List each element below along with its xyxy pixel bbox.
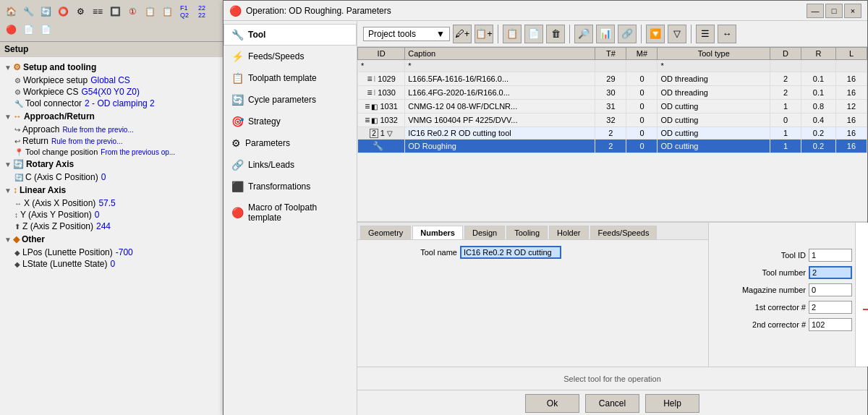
toolbar-icon-11[interactable]: F1Q2 xyxy=(176,4,192,20)
filter-id[interactable] xyxy=(361,61,401,70)
filter-r[interactable] xyxy=(804,61,833,70)
tree-lpos[interactable]: ◆ LPos (Lunette Position) -700 xyxy=(0,247,224,258)
filter-caption[interactable] xyxy=(408,61,592,70)
nav-toolpath-template[interactable]: 📋 Toolpath template xyxy=(224,67,357,89)
tree-return[interactable]: ↩ Return Rule from the previo... xyxy=(0,135,224,147)
separator-1 xyxy=(498,25,498,43)
filter-m[interactable] xyxy=(629,61,654,70)
tree-tool-change-pos[interactable]: 📍 Tool change position From the previous… xyxy=(0,147,224,157)
nav-strategy[interactable]: 🎯 Strategy xyxy=(224,111,357,132)
tree-axis-x[interactable]: ↔ X (Axis X Position) 57.5 xyxy=(0,197,224,209)
layout-btn[interactable]: ☰ xyxy=(696,25,715,43)
toolbar-icon-7[interactable]: 🔲 xyxy=(107,4,123,20)
table-row[interactable]: 2 1 ▽ IC16 Re0.2 R OD cutting tool 2 0 O… xyxy=(358,127,867,140)
view-btn-1[interactable]: 🔎 xyxy=(574,25,593,43)
tab-geometry[interactable]: Geometry xyxy=(360,226,411,239)
add-tool-button[interactable]: 🖊+ xyxy=(453,25,472,43)
corrector1-input[interactable] xyxy=(809,301,852,314)
toolbar-icon-14[interactable]: 📄 xyxy=(20,22,36,38)
toolbar-icon-12[interactable]: 2222 xyxy=(194,4,210,20)
col-m[interactable]: M# xyxy=(626,48,658,60)
tab-design[interactable]: Design xyxy=(464,226,505,239)
toolbar-icon-3[interactable]: 🔄 xyxy=(38,4,54,20)
tree-axis-z[interactable]: ⬆ Z (Axis Z Position) 244 xyxy=(0,221,224,232)
filter-btn-2[interactable]: ▽ xyxy=(668,25,686,43)
toolbar-icon-4[interactable]: ⭕ xyxy=(55,4,71,20)
table-row[interactable]: ≡◧ 1031 CNMG-12 04 08-WF/DCLNR... 31 0 O… xyxy=(358,100,867,114)
cancel-button[interactable]: Cancel xyxy=(585,394,639,413)
toolbar-icon-1[interactable]: 🏠 xyxy=(3,4,19,20)
nav-parameters[interactable]: ⚙ Parameters xyxy=(224,132,357,154)
toolbar-icon-6[interactable]: ≡≡ xyxy=(90,4,106,20)
status-bar: Select tool for the operation xyxy=(357,367,867,390)
corrector2-input[interactable] xyxy=(809,318,852,331)
col-caption[interactable]: Caption xyxy=(405,48,595,60)
filter-l[interactable] xyxy=(839,61,864,70)
tree-axis-c[interactable]: 🔄 C (Axis C Position) 0 xyxy=(0,171,224,183)
section-linear-axis[interactable]: ▼ ↕ Linear Axis xyxy=(0,183,224,197)
toolbar-icon-10[interactable]: 📋 xyxy=(159,4,175,20)
copy-button[interactable]: 📋 xyxy=(503,25,522,43)
ok-button[interactable]: Ok xyxy=(525,394,579,413)
tool-name-input[interactable] xyxy=(460,246,561,259)
col-d[interactable]: D xyxy=(770,48,801,60)
col-l[interactable]: L xyxy=(835,48,867,60)
close-button[interactable]: × xyxy=(844,4,861,18)
filter-type[interactable] xyxy=(660,61,767,70)
view-btn-2[interactable]: 📊 xyxy=(596,25,615,43)
col-r[interactable]: R xyxy=(801,48,836,60)
status-text: Select tool for the operation xyxy=(365,375,860,383)
help-button[interactable]: Help xyxy=(645,394,699,413)
table-row[interactable]: ≡I 1030 L166.4FG-2020-16/R166.0... 30 0 … xyxy=(358,86,867,100)
table-row[interactable]: ≡◧ 1032 VNMG 160404 PF 4225/DVV... 32 0 … xyxy=(358,114,867,127)
scroll-btn[interactable]: ↔ xyxy=(718,25,736,43)
tab-feeds-speeds[interactable]: Feeds/Speeds xyxy=(590,226,658,239)
tree-workpiece-setup[interactable]: ⚙ Workpiece setup Global CS xyxy=(0,74,224,86)
toolbar-icon-8[interactable]: ① xyxy=(124,4,140,20)
tree-approach[interactable]: ↪ Approach Rule from the previo... xyxy=(0,124,224,135)
tab-numbers[interactable]: Numbers xyxy=(412,226,463,239)
project-tools-dropdown[interactable]: Project tools ▼ xyxy=(363,27,450,41)
filter-d[interactable] xyxy=(773,61,798,70)
toolbar-icon-9[interactable]: 📋 xyxy=(142,4,158,20)
maximize-button[interactable]: □ xyxy=(825,4,843,18)
section-setup-tooling[interactable]: ▼ ⚙ Setup and tooling xyxy=(0,60,224,74)
delete-button[interactable]: 🗑 xyxy=(546,25,565,43)
nav-transformations[interactable]: ⬛ Transformations xyxy=(224,176,357,197)
magazine-number-input[interactable] xyxy=(809,283,852,296)
filter-btn-1[interactable]: 🔽 xyxy=(646,25,665,43)
tree-axis-y[interactable]: ↕ Y (Axis Y Position) 0 xyxy=(0,209,224,221)
nav-cycle-parameters[interactable]: 🔄 Cycle parameters xyxy=(224,89,357,111)
app-icon: 🔴 xyxy=(229,5,242,17)
section-rotary-axis[interactable]: ▼ 🔄 Rotary Axis xyxy=(0,157,224,171)
toolbar-icon-13[interactable]: 🔴 xyxy=(3,22,19,38)
tab-tooling[interactable]: Tooling xyxy=(506,226,548,239)
col-id[interactable]: ID xyxy=(358,48,405,60)
nav-tool[interactable]: 🔧 Tool xyxy=(224,24,357,46)
col-t[interactable]: T# xyxy=(595,48,626,60)
graphic-area xyxy=(855,223,868,367)
nav-macro[interactable]: 🔴 Macro of Toolpath template xyxy=(224,197,357,228)
toolbar-icon-2[interactable]: 🔧 xyxy=(20,4,36,20)
tree-tool-connector[interactable]: 🔧 Tool connector 2 - OD clamping 2 xyxy=(0,98,224,109)
col-type[interactable]: Tool type xyxy=(658,48,770,60)
toolbar-icon-15[interactable]: 📄 xyxy=(38,22,54,38)
nav-feeds-speeds[interactable]: ⚡ Feeds/Speeds xyxy=(224,46,357,67)
section-approach-return[interactable]: ▼ ↔ Approach/Return xyxy=(0,109,224,124)
toolbar-icon-5[interactable]: ⚙ xyxy=(72,4,88,20)
tree-workpiece-cs[interactable]: ⚙ Workpiece CS G54(X0 Y0 Z0) xyxy=(0,86,224,98)
table-row-selected[interactable]: 🔧 OD Roughing 2 0 OD cutting 1 0.2 16 xyxy=(358,140,867,153)
tool-number-input[interactable] xyxy=(809,266,852,279)
table-row[interactable]: ≡I 1029 L166.5FA-1616-16/R166.0... 29 0 … xyxy=(358,72,867,86)
link-btn[interactable]: 🔗 xyxy=(618,25,637,43)
tree-lstate[interactable]: ◆ LState (Lunette State) 0 xyxy=(0,258,224,270)
section-other[interactable]: ▼ ◆ Other xyxy=(0,232,224,247)
tool-id-input[interactable] xyxy=(809,249,852,262)
corrector1-row: 1st corrector # xyxy=(712,301,852,314)
minimize-button[interactable]: — xyxy=(807,4,824,18)
paste-button[interactable]: 📄 xyxy=(524,25,543,43)
tab-holder[interactable]: Holder xyxy=(549,226,588,239)
filter-t[interactable] xyxy=(598,61,623,70)
nav-links-leads[interactable]: 🔗 Links/Leads xyxy=(224,154,357,176)
add-from-db-button[interactable]: 📋+ xyxy=(475,25,493,43)
